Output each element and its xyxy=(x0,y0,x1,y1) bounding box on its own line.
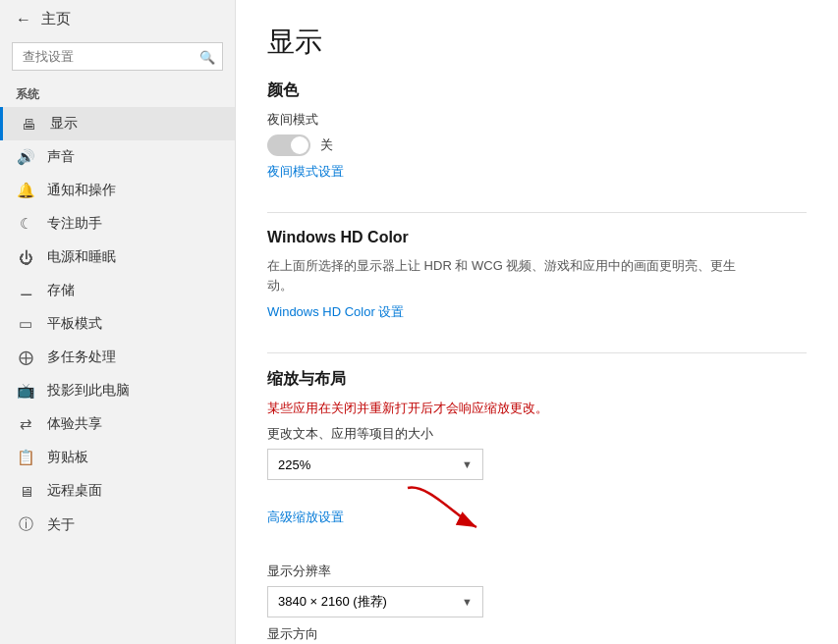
scale-section-title: 缩放与布局 xyxy=(267,369,807,390)
resolution-value: 3840 × 2160 (推荐) xyxy=(278,593,387,611)
night-mode-toggle[interactable] xyxy=(267,134,310,156)
hdr-section: Windows HD Color 在上面所选择的显示器上让 HDR 和 WCG … xyxy=(267,229,807,337)
sidebar-item-storage[interactable]: ⚊ 存储 xyxy=(0,274,235,307)
color-section-title: 颜色 xyxy=(267,80,807,101)
storage-icon: ⚊ xyxy=(16,282,35,299)
scale-dropdown[interactable]: 225% ▼ xyxy=(267,449,483,480)
clipboard-icon: 📋 xyxy=(16,449,35,466)
toggle-state-label: 关 xyxy=(320,136,333,154)
share-icon: ⇄ xyxy=(16,415,35,433)
sidebar-item-label: 多任务处理 xyxy=(47,349,116,366)
sidebar-item-remote[interactable]: 🖥 远程桌面 xyxy=(0,474,235,508)
scale-section: 缩放与布局 某些应用在关闭并重新打开后才会响应缩放更改。 更改文本、应用等项目的… xyxy=(267,369,807,644)
resolution-label: 显示分辨率 xyxy=(267,563,807,580)
resolution-dropdown[interactable]: 3840 × 2160 (推荐) ▼ xyxy=(267,586,483,617)
back-label: 主页 xyxy=(41,10,71,28)
scale-label: 更改文本、应用等项目的大小 xyxy=(267,425,807,443)
sidebar-item-label: 体验共享 xyxy=(47,415,102,433)
sidebar-item-label: 电源和睡眠 xyxy=(47,248,116,266)
sidebar-item-about[interactable]: ⓘ 关于 xyxy=(0,508,235,542)
sidebar-item-notify[interactable]: 🔔 通知和操作 xyxy=(0,174,235,207)
sidebar-item-label: 剪贴板 xyxy=(47,449,88,466)
back-button[interactable]: ← 主页 xyxy=(0,0,235,38)
sidebar: ← 主页 🔍 系统 🖶 显示 🔊 声音 🔔 通知和操作 ☾ 专注助手 ⏻ 电源和… xyxy=(0,0,236,644)
sound-icon: 🔊 xyxy=(16,148,35,166)
sidebar-item-label: 投影到此电脑 xyxy=(47,382,130,400)
sidebar-item-display[interactable]: 🖶 显示 xyxy=(0,107,235,140)
scale-value: 225% xyxy=(278,457,310,472)
remote-icon: 🖥 xyxy=(16,483,35,500)
sidebar-item-label: 专注助手 xyxy=(47,215,102,233)
sidebar-item-share[interactable]: ⇄ 体验共享 xyxy=(0,407,235,441)
hdr-settings-link[interactable]: Windows HD Color 设置 xyxy=(267,303,404,321)
sidebar-item-clipboard[interactable]: 📋 剪贴板 xyxy=(0,441,235,474)
advanced-scale-link[interactable]: 高级缩放设置 xyxy=(267,509,344,526)
advanced-link-row: 高级缩放设置 xyxy=(267,488,807,547)
power-icon: ⏻ xyxy=(16,249,35,266)
sidebar-item-project[interactable]: 📺 投影到此电脑 xyxy=(0,374,235,407)
night-mode-settings-link[interactable]: 夜间模式设置 xyxy=(267,163,344,181)
about-icon: ⓘ xyxy=(16,515,35,534)
notify-icon: 🔔 xyxy=(16,182,35,199)
sidebar-item-label: 显示 xyxy=(50,115,78,133)
display-icon: 🖶 xyxy=(19,116,38,133)
search-input[interactable] xyxy=(12,42,223,71)
hdr-description: 在上面所选择的显示器上让 HDR 和 WCG 视频、游戏和应用中的画面更明亮、更… xyxy=(267,256,739,295)
multitask-icon: ⨁ xyxy=(16,349,35,366)
sidebar-item-focus[interactable]: ☾ 专注助手 xyxy=(0,207,235,241)
sidebar-item-label: 远程桌面 xyxy=(47,482,102,500)
page-title: 显示 xyxy=(267,24,807,61)
sidebar-item-label: 通知和操作 xyxy=(47,182,116,199)
orientation-label: 显示方向 xyxy=(267,625,807,643)
sidebar-item-label: 平板模式 xyxy=(47,315,102,333)
divider-2 xyxy=(267,352,807,353)
scale-dropdown-arrow: ▼ xyxy=(462,458,473,470)
resolution-dropdown-arrow: ▼ xyxy=(462,596,473,608)
hdr-section-title: Windows HD Color xyxy=(267,229,807,246)
tablet-icon: ▭ xyxy=(16,315,35,333)
sidebar-item-power[interactable]: ⏻ 电源和睡眠 xyxy=(0,241,235,274)
color-section: 颜色 夜间模式 关 夜间模式设置 xyxy=(267,80,807,196)
back-icon: ← xyxy=(16,11,31,28)
annotation-arrow xyxy=(398,478,516,537)
search-container: 🔍 xyxy=(12,42,223,71)
focus-icon: ☾ xyxy=(16,215,35,233)
sidebar-item-sound[interactable]: 🔊 声音 xyxy=(0,140,235,174)
sidebar-item-label: 声音 xyxy=(47,148,75,166)
toggle-knob xyxy=(291,136,308,154)
night-mode-label: 夜间模式 xyxy=(267,111,807,129)
sidebar-item-multitask[interactable]: ⨁ 多任务处理 xyxy=(0,341,235,374)
divider-1 xyxy=(267,212,807,213)
night-mode-toggle-row: 关 xyxy=(267,134,807,156)
main-content: 显示 颜色 夜间模式 关 夜间模式设置 Windows HD Color 在上面… xyxy=(236,0,838,644)
sidebar-item-label: 存储 xyxy=(47,282,75,299)
section-label: 系统 xyxy=(0,79,235,107)
search-icon: 🔍 xyxy=(199,49,215,64)
project-icon: 📺 xyxy=(16,382,35,400)
sidebar-item-tablet[interactable]: ▭ 平板模式 xyxy=(0,307,235,341)
scale-warning: 某些应用在关闭并重新打开后才会响应缩放更改。 xyxy=(267,400,807,417)
sidebar-item-label: 关于 xyxy=(47,516,75,534)
